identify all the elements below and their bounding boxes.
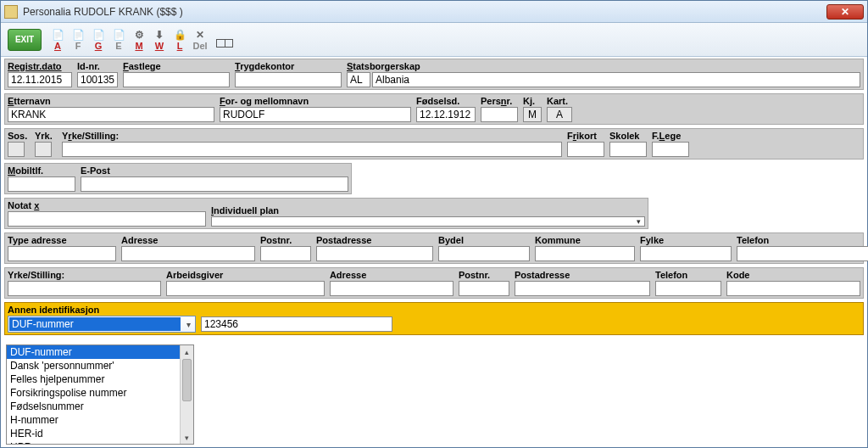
addr-fylke-label: Fylke <box>640 235 732 246</box>
exit-button[interactable]: EXIT <box>8 29 42 51</box>
contact-section: Mobiltlf. E-Post <box>4 163 352 194</box>
addr-postadresse-input[interactable] <box>316 246 433 261</box>
trygdekontor-input[interactable] <box>235 72 342 87</box>
dropdown-option[interactable]: HER-id <box>7 427 193 440</box>
idnr-input[interactable] <box>77 72 118 87</box>
etternavn-input[interactable] <box>8 107 214 122</box>
kj-input[interactable] <box>523 107 542 122</box>
scroll-up-icon[interactable]: ▴ <box>181 345 193 358</box>
dropdown-option[interactable]: Fødselsnummer <box>7 400 193 413</box>
emp-postnr-label: Postnr. <box>459 270 509 281</box>
toolbar: EXIT 📄A 📄F 📄G 📄E ⚙M ⬇W 🔒L ✕Del <box>1 23 867 57</box>
flege-input[interactable] <box>652 142 689 157</box>
close-button[interactable]: ✕ <box>826 4 864 20</box>
persnr-input[interactable] <box>481 107 518 122</box>
addr-kommune-input[interactable] <box>535 246 635 261</box>
otherid-selected-text: DUF-nummer <box>9 317 181 331</box>
registration-section: Registr.dato Id-nr. Fastlege Trygdekonto… <box>4 59 864 90</box>
dropdown-scrollbar[interactable]: ▴ ▾ <box>180 345 193 444</box>
emp-arbeidsgiver-input[interactable] <box>166 281 325 296</box>
dropdown-option[interactable]: H-nummer <box>7 413 193 427</box>
name-section: Etternavn For- og mellomnavn Fødselsd. P… <box>4 93 864 125</box>
employer-section: Yrke/Stilling: Arbeidsgiver Adresse Post… <box>4 267 864 299</box>
toolbar-btn-f[interactable]: 📄F <box>69 29 87 51</box>
emp-kode-label: Kode <box>726 270 860 281</box>
scroll-down-icon[interactable]: ▾ <box>181 431 193 444</box>
sos-label: Sos. <box>8 131 30 142</box>
addr-adresse-label: Adresse <box>121 235 255 246</box>
pages-icon[interactable] <box>216 39 233 48</box>
dropdown-option[interactable]: Felles hjelpenummer <box>7 372 193 386</box>
addr-bydel-input[interactable] <box>438 246 530 261</box>
addr-postadresse-label: Postadresse <box>316 235 433 246</box>
dropdown-option[interactable]: HPR-nummer <box>7 440 193 445</box>
notat-input[interactable] <box>8 211 206 227</box>
chevron-down-icon: ▾ <box>181 320 195 329</box>
yrk-box[interactable] <box>35 142 52 157</box>
toolbar-btn-g[interactable]: 📄G <box>89 29 108 51</box>
addr-adresse-input[interactable] <box>121 246 255 261</box>
addr-telefon-input[interactable] <box>737 246 868 261</box>
idnr-label: Id-nr. <box>77 61 118 72</box>
toolbar-btn-e[interactable]: 📄E <box>109 29 128 51</box>
stats-code-input[interactable] <box>347 72 370 87</box>
toolbar-btn-w[interactable]: ⬇W <box>150 29 169 51</box>
app-icon <box>4 5 18 19</box>
toolbar-btn-l[interactable]: 🔒L <box>170 29 189 51</box>
emp-postadresse-input[interactable] <box>515 281 650 296</box>
regdato-label: Registr.dato <box>8 61 62 71</box>
notes-section: Notat x Individuell plan ▾ <box>4 198 648 229</box>
plan-select[interactable]: ▾ <box>211 216 645 227</box>
skolek-label: Skolek <box>609 131 647 142</box>
fornavn-input[interactable] <box>220 107 411 122</box>
addr-type-input[interactable] <box>8 246 116 261</box>
kart-label: Kart. <box>547 96 572 107</box>
epost-input[interactable] <box>81 176 348 192</box>
addr-telefon-label: Telefon <box>737 235 868 246</box>
yrkcode-label: Yrk. <box>35 131 57 142</box>
toolbar-btn-del[interactable]: ✕Del <box>191 29 209 51</box>
toolbar-btn-m[interactable]: ⚙M <box>130 29 148 51</box>
kj-label: Kj. <box>523 96 542 107</box>
epost-label: E-Post <box>81 165 348 176</box>
kart-input[interactable] <box>547 107 572 122</box>
yrke-input[interactable] <box>62 142 562 157</box>
emp-yrke-input[interactable] <box>8 281 161 296</box>
titlebar: Personalia RUDOLF KRANK ($$$ ) ✕ <box>1 1 867 23</box>
mobil-input[interactable] <box>8 176 75 192</box>
otherid-type-select[interactable]: DUF-nummer ▾ <box>8 316 196 333</box>
fastlege-input[interactable] <box>123 72 230 87</box>
skolek-input[interactable] <box>609 142 647 157</box>
window-title: Personalia RUDOLF KRANK ($$$ ) <box>23 6 826 18</box>
work-section: Sos. Yrk. Yrke/Stilling: Frikort Skolek … <box>4 128 864 160</box>
dropdown-option[interactable]: Forsikringspolise nummer <box>7 386 193 400</box>
toolbar-btn-a[interactable]: 📄A <box>48 29 67 51</box>
addr-bydel-label: Bydel <box>438 235 530 246</box>
sos-box[interactable] <box>8 142 25 157</box>
stats-name-input[interactable] <box>372 72 860 87</box>
addr-postnr-label: Postnr. <box>260 235 311 246</box>
emp-adresse-input[interactable] <box>330 281 453 296</box>
addr-type-label: Type adresse <box>8 235 116 246</box>
emp-arbeidsgiver-label: Arbeidsgiver <box>166 270 325 281</box>
frikort-input[interactable] <box>567 142 604 157</box>
emp-telefon-input[interactable] <box>655 281 721 296</box>
addr-postnr-input[interactable] <box>260 246 311 261</box>
dropdown-option[interactable]: Dansk 'personnummer' <box>7 359 193 372</box>
addr-kommune-label: Kommune <box>535 235 635 246</box>
fodselsd-label: Fødselsd. <box>416 96 476 107</box>
emp-postnr-input[interactable] <box>459 281 509 296</box>
emp-telefon-label: Telefon <box>655 270 721 281</box>
fodselsd-input[interactable] <box>416 107 476 122</box>
otherid-value-input[interactable] <box>201 316 392 332</box>
otherid-dropdown[interactable]: DUF-nummer Dansk 'personnummer' Felles h… <box>6 344 194 445</box>
emp-yrke-label: Yrke/Stilling: <box>8 270 161 281</box>
regdato-input[interactable] <box>8 72 72 87</box>
emp-kode-input[interactable] <box>726 281 860 296</box>
scroll-thumb[interactable] <box>182 359 192 401</box>
emp-adresse-label: Adresse <box>330 270 453 281</box>
addr-fylke-input[interactable] <box>640 246 732 261</box>
emp-postadresse-label: Postadresse <box>515 270 650 281</box>
dropdown-option[interactable]: DUF-nummer <box>7 345 193 359</box>
address-section: Type adresse Adresse Postnr. Postadresse… <box>4 232 864 264</box>
